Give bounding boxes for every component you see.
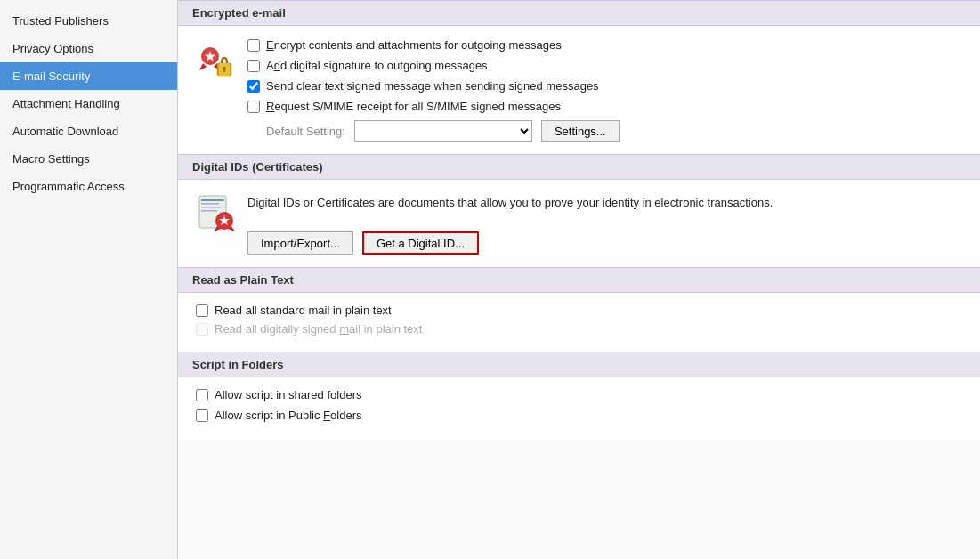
script-body: Allow script in shared folders Allow scr…	[178, 377, 980, 440]
settings-button[interactable]: Settings...	[541, 120, 620, 142]
digital-ids-header: Digital IDs (Certificates)	[178, 154, 980, 180]
allow-shared-checkbox[interactable]	[196, 389, 208, 401]
sidebar-item-macro-settings[interactable]: Macro Settings	[0, 145, 177, 173]
sidebar-item-privacy-options[interactable]: Privacy Options	[0, 35, 177, 62]
default-setting-row: Default Setting: Settings...	[247, 120, 962, 142]
allow-shared-label[interactable]: Allow script in shared folders	[215, 388, 361, 401]
checkbox-row-allow-public: Allow script in Public Folders	[196, 409, 962, 422]
checkbox-row-send-clear-text: Send clear text signed message when send…	[247, 79, 962, 93]
checkbox-row-allow-shared: Allow script in shared folders	[196, 388, 962, 401]
encrypted-email-icon	[196, 42, 235, 81]
certificate-icon	[196, 192, 235, 231]
read-digitally-signed-label: Read all digitally signed mail in plain …	[215, 322, 422, 336]
svg-rect-11	[201, 203, 219, 205]
digital-ids-section: Digital IDs (Certificates)	[178, 154, 980, 267]
get-digital-id-button[interactable]: Get a Digital ID...	[362, 231, 479, 255]
svg-rect-12	[201, 207, 221, 208]
main-content: Encrypted e-mail	[178, 0, 980, 559]
checkbox-row-request-smime: Request S/MIME receipt for all S/MIME si…	[247, 100, 962, 113]
read-plain-text-section: Read as Plain Text Read all standard mai…	[178, 267, 980, 352]
read-all-standard-checkbox[interactable]	[196, 304, 208, 317]
checkbox-row-read-signed: Read all digitally signed mail in plain …	[196, 322, 962, 336]
read-plain-text-header: Read as Plain Text	[178, 267, 980, 293]
default-setting-select[interactable]	[354, 120, 532, 142]
allow-public-label[interactable]: Allow script in Public Folders	[215, 409, 361, 422]
sidebar: Trusted Publishers Privacy Options E-mai…	[0, 0, 178, 559]
script-folders-header: Script in Folders	[178, 352, 980, 377]
encrypted-email-section: Encrypted e-mail	[178, 0, 980, 154]
add-digital-signature-checkbox[interactable]	[247, 60, 260, 72]
add-digital-signature-label[interactable]: Add digital signature to outgoing messag…	[266, 59, 488, 72]
svg-rect-13	[201, 210, 217, 212]
svg-rect-10	[201, 199, 224, 201]
script-folders-section: Script in Folders Allow script in shared…	[178, 352, 980, 440]
encrypt-contents-label[interactable]: Encrypt contents and attachments for out…	[266, 38, 562, 52]
allow-public-checkbox[interactable]	[196, 409, 208, 422]
encrypted-checkboxes: Encrypt contents and attachments for out…	[247, 38, 962, 142]
svg-rect-8	[223, 69, 225, 72]
sidebar-item-email-security[interactable]: E-mail Security	[0, 62, 177, 90]
encrypted-email-body: Encrypt contents and attachments for out…	[178, 26, 980, 154]
request-smime-label[interactable]: Request S/MIME receipt for all S/MIME si…	[266, 100, 561, 113]
encrypt-contents-checkbox[interactable]	[247, 39, 260, 52]
cert-description: Digital IDs or Certificates are document…	[247, 192, 773, 212]
read-all-standard-label[interactable]: Read all standard mail in plain text	[215, 304, 392, 317]
read-digitally-signed-checkbox[interactable]	[196, 323, 208, 336]
checkbox-row-read-standard: Read all standard mail in plain text	[196, 304, 962, 317]
digital-ids-body: Digital IDs or Certificates are document…	[178, 180, 980, 267]
sidebar-item-programmatic-access[interactable]: Programmatic Access	[0, 173, 177, 200]
plain-text-body: Read all standard mail in plain text Rea…	[178, 293, 980, 352]
cert-buttons: Import/Export... Get a Digital ID...	[247, 231, 962, 255]
svg-marker-2	[199, 63, 207, 70]
cert-row: Digital IDs or Certificates are document…	[196, 192, 962, 231]
encrypted-email-header: Encrypted e-mail	[178, 0, 980, 26]
sidebar-item-trusted-publishers[interactable]: Trusted Publishers	[0, 7, 177, 35]
send-clear-text-checkbox[interactable]	[247, 80, 260, 93]
checkbox-row-encrypt-contents: Encrypt contents and attachments for out…	[247, 38, 962, 52]
default-setting-label: Default Setting:	[266, 125, 345, 138]
send-clear-text-label[interactable]: Send clear text signed message when send…	[266, 79, 599, 93]
request-smime-checkbox[interactable]	[247, 101, 260, 113]
import-export-button[interactable]: Import/Export...	[247, 231, 353, 255]
sidebar-item-automatic-download[interactable]: Automatic Download	[0, 117, 177, 145]
checkbox-row-add-digital-sig: Add digital signature to outgoing messag…	[247, 59, 962, 72]
sidebar-item-attachment-handling[interactable]: Attachment Handling	[0, 90, 177, 117]
